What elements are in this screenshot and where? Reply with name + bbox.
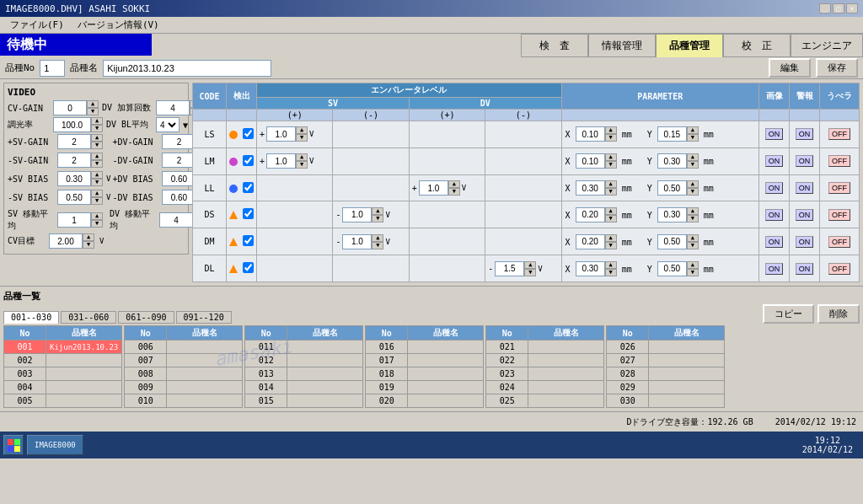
tab-031-060[interactable]: 031--060 <box>61 311 116 324</box>
list-item[interactable]: 019 <box>366 381 484 394</box>
hin-mei-input[interactable] <box>103 60 271 77</box>
copy-button[interactable]: コピー <box>763 304 814 324</box>
param-y-ls[interactable] <box>657 126 687 142</box>
checkbox-ds[interactable] <box>243 208 254 219</box>
dv-minus-dl-input[interactable] <box>495 261 524 276</box>
dv-input[interactable] <box>156 100 190 115</box>
keiko-on-ls[interactable]: ON <box>796 128 814 140</box>
list-item[interactable]: 028 <box>607 367 725 381</box>
tab-inspection[interactable]: 検 査 <box>521 34 588 57</box>
sv-plus-gain-input[interactable] <box>57 134 91 149</box>
list-item[interactable]: 009 <box>125 381 243 394</box>
chosei-down[interactable]: ▼ <box>91 125 103 132</box>
label-off-lm[interactable]: OFF <box>828 155 850 167</box>
list-item[interactable]: 004 <box>4 381 122 394</box>
dv-idou-input[interactable] <box>159 212 193 228</box>
list-item[interactable]: 018 <box>366 367 484 381</box>
list-item[interactable]: 026 <box>607 340 725 354</box>
param-x-ds[interactable] <box>576 207 605 223</box>
gazo-on-dm[interactable]: ON <box>765 236 784 248</box>
start-button[interactable] <box>3 435 24 455</box>
list-item[interactable]: 013 <box>245 367 363 381</box>
list-item[interactable]: 025 <box>486 394 604 408</box>
param-y-ds[interactable] <box>657 207 687 223</box>
tab-engineer[interactable]: エンジニア <box>791 34 863 57</box>
dv-plus-bias-input[interactable] <box>162 171 196 186</box>
list-item[interactable]: 006 <box>125 340 243 354</box>
sv-plus-bias-input[interactable] <box>57 171 91 186</box>
tab-product-mgmt[interactable]: 品種管理 <box>656 34 723 57</box>
list-item[interactable]: 007 <box>125 354 243 367</box>
label-off-ll[interactable]: OFF <box>828 182 850 194</box>
checkbox-dl[interactable] <box>243 262 254 273</box>
minimize-button[interactable]: _ <box>819 3 831 13</box>
keiko-on-lm[interactable]: ON <box>796 155 814 167</box>
keiko-on-dl[interactable]: ON <box>796 263 814 275</box>
list-item[interactable]: 017 <box>366 354 484 367</box>
param-x-dl[interactable] <box>576 261 605 276</box>
param-x-dm[interactable] <box>576 234 605 249</box>
label-off-ls[interactable]: OFF <box>828 128 850 140</box>
list-item[interactable]: 020 <box>366 394 484 408</box>
gazo-on-ls[interactable]: ON <box>765 128 784 140</box>
hin-no-input[interactable] <box>40 60 65 77</box>
list-item[interactable]: 010 <box>125 394 243 408</box>
label-off-dl[interactable]: OFF <box>828 263 850 275</box>
gazo-on-dl[interactable]: ON <box>765 263 784 275</box>
param-y-ll[interactable] <box>657 180 687 196</box>
param-y-lm[interactable] <box>657 153 687 169</box>
tab-091-120[interactable]: 091--120 <box>176 311 232 324</box>
sv-minus-bias-input[interactable] <box>57 190 91 205</box>
keiko-on-dm[interactable]: ON <box>796 236 814 248</box>
param-y-dm[interactable] <box>657 234 687 249</box>
list-item[interactable]: 024 <box>486 381 604 394</box>
sv-plus-ls-input[interactable] <box>266 126 296 142</box>
list-item[interactable]: 029 <box>607 381 725 394</box>
cv-gain-down[interactable]: ▼ <box>87 108 99 115</box>
tab-061-090[interactable]: 061--090 <box>118 311 174 324</box>
cv-target-input[interactable] <box>49 233 83 249</box>
list-item[interactable]: 015 <box>245 394 363 408</box>
list-item[interactable]: 002 <box>4 354 122 367</box>
tab-info-mgmt[interactable]: 情報管理 <box>588 34 656 57</box>
chosei-input[interactable] <box>53 117 91 132</box>
list-item[interactable]: 012 <box>245 354 363 367</box>
list-item[interactable]: 014 <box>245 381 363 394</box>
label-off-ds[interactable]: OFF <box>828 209 850 221</box>
edit-button[interactable]: 編集 <box>769 58 811 78</box>
sv-idou-input[interactable] <box>57 212 91 228</box>
keiko-on-ll[interactable]: ON <box>796 182 814 194</box>
list-item[interactable]: 030 <box>607 394 725 408</box>
list-item[interactable]: 003 <box>4 367 122 381</box>
dv-plus-gain-input[interactable] <box>162 134 196 149</box>
dv-plus-ll-input[interactable] <box>419 180 448 196</box>
sv-plus-lm-input[interactable] <box>266 153 296 169</box>
maximize-button[interactable]: □ <box>833 3 844 13</box>
sv-minus-ds-input[interactable] <box>342 207 372 223</box>
list-item[interactable]: 023 <box>486 367 604 381</box>
param-x-ll[interactable] <box>576 180 605 196</box>
chosei-up[interactable]: ▲ <box>91 117 103 125</box>
list-item[interactable]: 022 <box>486 354 604 367</box>
param-x-ls[interactable] <box>576 126 605 142</box>
close-button[interactable]: × <box>846 3 858 13</box>
sv-minus-dm-input[interactable] <box>342 234 372 249</box>
menu-file[interactable]: ファイル(F) <box>3 17 71 33</box>
delete-button[interactable]: 削除 <box>817 304 860 324</box>
list-item[interactable]: 001Kijun2013.10.23 <box>4 340 122 354</box>
taskbar-app-btn[interactable]: IMAGE8000 <box>27 435 83 455</box>
checkbox-dm[interactable] <box>243 235 254 246</box>
tab-calibration[interactable]: 校 正 <box>723 34 791 57</box>
checkbox-ls[interactable] <box>243 128 254 139</box>
dv-minus-bias-input[interactable] <box>162 190 196 205</box>
param-y-dl[interactable] <box>657 261 687 276</box>
cv-gain-input[interactable] <box>53 100 87 115</box>
keiko-on-ds[interactable]: ON <box>796 209 814 221</box>
dvbl-select[interactable]: 428 <box>156 117 180 132</box>
save-button[interactable]: 保存 <box>816 58 858 78</box>
cv-gain-up[interactable]: ▲ <box>87 100 99 108</box>
param-x-lm[interactable] <box>576 153 605 169</box>
list-item[interactable]: 008 <box>125 367 243 381</box>
sv-minus-gain-input[interactable] <box>57 153 91 168</box>
gazo-on-ds[interactable]: ON <box>765 209 784 221</box>
